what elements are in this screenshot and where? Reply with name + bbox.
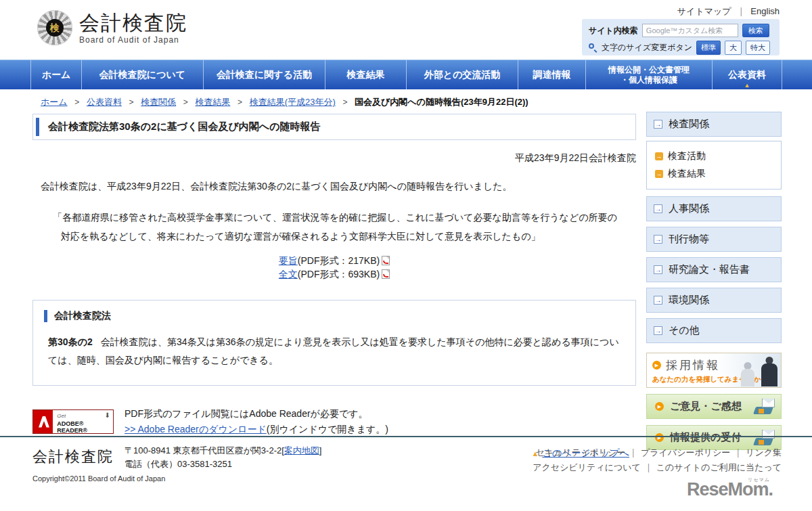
page-title: 会計検査院法第30条の2に基づく国会及び内閣への随時報告	[48, 120, 321, 132]
breadcrumb-separator: >	[342, 97, 347, 107]
nav-spacer	[0, 60, 30, 89]
pdf-link-list: 要旨(PDF形式：217KB) 全文(PDF形式：693KB)	[32, 255, 636, 281]
pdf-fulltext-link[interactable]: 全文	[279, 269, 298, 280]
sitemap-link[interactable]: サイトマップ	[677, 6, 731, 16]
font-size-xlarge-button[interactable]: 特大	[746, 41, 770, 55]
emblem-kanji: 検	[46, 19, 64, 37]
play-circle-icon: ▶	[652, 361, 661, 370]
site-title: 会計検査院	[79, 12, 187, 34]
arrow-square-icon: →	[654, 296, 662, 305]
arrow-square-icon: →	[654, 120, 662, 129]
nav-tab-exchange[interactable]: 外部との交流活動	[406, 60, 518, 89]
pdf-summary-link[interactable]: 要旨	[279, 255, 298, 266]
pdf-fulltext-line: 全文(PDF形式：693KB)	[32, 269, 636, 281]
page: 検 会計検査院 Board of Audit of Japan サイトマップ｜E…	[0, 0, 812, 511]
mail-tray-icon	[754, 399, 775, 415]
site-usage-link[interactable]: このサイトのご利用に当たって	[656, 462, 782, 472]
nav-tab-public-documents[interactable]: 公表資料 ▲	[712, 60, 782, 89]
nav-tab-disclosure[interactable]: 情報公開・公文書管理 ・個人情報保護	[585, 60, 712, 89]
breadcrumb-current: 国会及び内閣への随時報告(23年9月22日(2))	[355, 97, 528, 107]
nav-spacer	[782, 60, 812, 89]
law-article-text: 第30条の2会計検査院は、第34条又は第36条の規定により意見を表示し又は処置を…	[44, 333, 625, 369]
arrow-square-icon: →	[654, 326, 662, 335]
breadcrumb-audit-results[interactable]: 検査結果	[195, 97, 230, 107]
font-size-large-button[interactable]: 大	[725, 41, 742, 55]
law-article-label: 第30条の2	[48, 336, 93, 347]
adobe-reader-badge[interactable]: Get ADOBE® READER® ⬇	[32, 409, 114, 434]
feedback-banner[interactable]: ▶ ご意見・ご感想	[646, 394, 782, 419]
sidebar-item-audit-results[interactable]: → 検査結果	[655, 165, 773, 183]
breadcrumb-public-documents[interactable]: 公表資料	[87, 97, 122, 107]
nav-tab-activities[interactable]: 会計検査に関する活動	[203, 60, 325, 89]
law-accent-bar	[44, 310, 47, 322]
sidebar-item-audit-relation[interactable]: → 検査関係	[646, 112, 782, 137]
pdf-file-icon	[382, 269, 390, 279]
breadcrumb-separator: >	[74, 97, 79, 107]
sidebar-item-audit-activities[interactable]: → 検査活動	[655, 148, 773, 165]
page-title-box: 会計検査院法第30条の2に基づく国会及び内閣への随時報告	[32, 114, 636, 140]
footer-links: セキュリティポリシー｜プライバシーポリシー｜リンク集 アクセシビリティについて｜…	[533, 444, 782, 483]
adobe-download-link[interactable]: >> Adobe Readerのダウンロード	[125, 424, 267, 435]
recruit-title: 採用情報	[666, 357, 720, 373]
breadcrumb-results-h23[interactable]: 検査結果(平成23年分)	[250, 97, 336, 107]
footer-phone: 電話（代表）03-3581-3251	[125, 458, 321, 471]
adobe-logo-icon	[33, 410, 53, 433]
nav-tab-about[interactable]: 会計検査院について	[81, 60, 203, 89]
links-collection-link[interactable]: リンク集	[746, 447, 782, 458]
site-header: 検 会計検査院 Board of Audit of Japan サイトマップ｜E…	[0, 0, 812, 60]
site-footer: 会計検査院 〒100-8941 東京都千代田区霞が関3-2-2[案内地図] 電話…	[0, 436, 812, 483]
play-circle-icon: ▶	[655, 402, 664, 411]
sidebar-item-personnel[interactable]: → 人事関係	[646, 196, 782, 221]
title-accent-bar	[36, 118, 39, 136]
report-summary-quote: 「各都道府県に移管された高校奨学金事業について、運営状況等を的確に把握し、これに…	[32, 208, 636, 246]
breadcrumb-separator: >	[238, 97, 242, 107]
arrow-square-icon: →	[654, 204, 662, 213]
privacy-policy-link[interactable]: プライバシーポリシー	[641, 447, 730, 458]
arrow-square-icon: →	[654, 265, 662, 274]
boa-emblem-icon: 検	[37, 10, 72, 45]
pdf-summary-line: 要旨(PDF形式：217KB)	[32, 255, 636, 267]
sidebar-item-research-papers[interactable]: → 研究論文・報告書	[646, 257, 782, 282]
nav-tab-procurement[interactable]: 調達情報	[518, 60, 585, 89]
search-button[interactable]: 検索	[742, 24, 769, 37]
sidebar-submenu: → 検査活動 → 検査結果	[646, 141, 782, 190]
download-arrow-icon: ⬇	[105, 412, 110, 419]
law-reference-box: 会計検査院法 第30条の2会計検査院は、第34条又は第36条の規定により意見を表…	[32, 300, 636, 386]
font-size-standard-button[interactable]: 標準	[696, 41, 721, 55]
resemom-watermark: リセマム ReseMom.	[687, 479, 773, 500]
adobe-reader-label: ADOBE® READER®	[57, 420, 110, 434]
nav-tab-home[interactable]: ホーム	[30, 60, 81, 89]
breadcrumb-audit-relation[interactable]: 検査関係	[141, 97, 176, 107]
recruit-people-photo	[738, 355, 779, 386]
global-nav: ホーム 会計検査院について 会計検査に関する活動 検査結果 外部との交流活動 調…	[0, 60, 812, 89]
arrow-orange-icon: →	[655, 170, 663, 178]
search-input[interactable]	[642, 24, 738, 37]
english-link[interactable]: English	[750, 6, 780, 16]
watermark-katakana: リセマム	[748, 476, 770, 483]
sidebar-item-publications[interactable]: → 刊行物等	[646, 227, 782, 252]
accessibility-link[interactable]: アクセシビリティについて	[533, 462, 641, 472]
site-title-block: 会計検査院 Board of Audit of Japan	[79, 12, 187, 45]
lead-paragraph: 会計検査院は、平成23年9月22日、会計検査院法第30条の2に基づく国会及び内閣…	[32, 181, 636, 193]
breadcrumb-separator: >	[183, 97, 188, 107]
font-size-label: 文字のサイズ変更ボタン	[602, 42, 692, 53]
security-policy-link[interactable]: セキュリティポリシー	[535, 447, 625, 458]
utility-links: サイトマップ｜English	[677, 5, 780, 18]
pdf-file-icon	[382, 256, 390, 265]
footer-left: 会計検査院 〒100-8941 東京都千代田区霞が関3-2-2[案内地図] 電話…	[32, 444, 321, 483]
nav-tab-audit-results[interactable]: 検査結果	[325, 60, 406, 89]
breadcrumb-home[interactable]: ホーム	[41, 97, 68, 107]
site-logo[interactable]: 検 会計検査院 Board of Audit of Japan	[37, 10, 187, 45]
sidebar-item-others[interactable]: → その他	[646, 318, 782, 343]
current-tab-indicator-icon: ▲	[744, 82, 750, 89]
arrow-square-icon: →	[654, 235, 662, 244]
footer-address: 〒100-8941 東京都千代田区霞が関3-2-2[案内地図] 電話（代表）03…	[125, 444, 321, 471]
recruit-banner[interactable]: ▶ 採用情報 あなたの力を発揮してみませんか？	[646, 353, 782, 388]
adobe-link-suffix: (別ウインドウで開きます。)	[267, 424, 388, 435]
map-link[interactable]: 案内地図	[284, 445, 319, 456]
sidebar-item-environment[interactable]: → 環境関係	[646, 288, 782, 313]
breadcrumb: ホーム > 公表資料 > 検査関係 > 検査結果 > 検査結果(平成23年分) …	[0, 89, 812, 108]
top-link-separator: ｜	[737, 6, 746, 16]
main-column: 会計検査院法第30条の2に基づく国会及び内閣への随時報告 平成23年9月22日会…	[32, 107, 636, 460]
magnifier-icon	[589, 43, 597, 52]
